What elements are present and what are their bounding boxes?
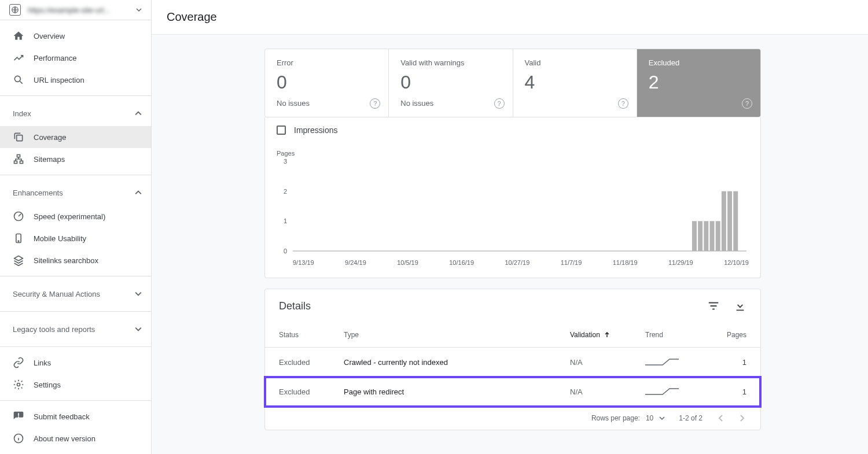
sidebar-item-label: Speed (experimental) (34, 212, 105, 221)
impressions-label: Impressions (294, 126, 337, 135)
svg-rect-19 (709, 221, 714, 251)
nav-header-enhancements[interactable]: Enhancements (0, 180, 151, 205)
table-header-row: Status Type Validation Trend Pages (265, 323, 760, 348)
sitemap-icon (13, 153, 24, 165)
help-icon[interactable]: ? (742, 98, 752, 109)
table-row[interactable]: ExcludedPage with redirectN/A1 (265, 377, 760, 407)
chevron-down-icon (135, 326, 142, 333)
search-icon (13, 74, 24, 86)
sidebar-item-links[interactable]: Links (0, 352, 151, 374)
svg-text:2: 2 (284, 188, 287, 195)
info-icon (13, 433, 24, 444)
layers-icon (13, 254, 24, 266)
prev-page-button[interactable] (716, 414, 726, 423)
nav-section-top: Overview Performance URL inspection (0, 20, 151, 96)
nav-header-index[interactable]: Index (0, 101, 151, 126)
svg-rect-2 (17, 135, 23, 141)
svg-point-8 (18, 241, 19, 242)
nav-header-security[interactable]: Security & Manual Actions (0, 281, 151, 307)
nav-section-legacy: Legacy tools and reports (0, 312, 151, 347)
sidebar-item-performance[interactable]: Performance (0, 47, 151, 69)
sidebar-item-label: Settings (34, 381, 61, 389)
col-header-pages[interactable]: Pages (712, 331, 746, 339)
svg-point-9 (17, 383, 20, 386)
sidebar-item-overview[interactable]: Overview (0, 25, 151, 47)
col-header-status[interactable]: Status (279, 331, 344, 339)
sidebar-item-mobile[interactable]: Mobile Usability (0, 227, 151, 249)
impressions-toggle-row: Impressions (264, 117, 761, 143)
stats-cards: Error 0 No issues ? Valid with warnings … (264, 49, 761, 117)
svg-rect-3 (17, 155, 20, 157)
svg-rect-17 (698, 221, 703, 251)
svg-point-1 (14, 76, 20, 82)
stat-card-valid[interactable]: Valid 4 ? (513, 49, 637, 117)
svg-rect-18 (704, 221, 708, 251)
svg-rect-22 (727, 191, 732, 251)
stat-value: 2 (649, 72, 749, 93)
property-url: https://example-site-url... (28, 6, 129, 14)
col-header-type[interactable]: Type (344, 331, 570, 339)
main-area: Coverage Error 0 No issues ? Valid with … (152, 0, 868, 454)
col-header-validation[interactable]: Validation (570, 331, 645, 339)
svg-rect-23 (733, 191, 738, 251)
chevron-up-icon (135, 189, 142, 196)
globe-icon (9, 4, 21, 16)
sidebar-item-label: Mobile Usability (34, 234, 86, 243)
nav-section-index: Index Coverage Sitemaps (0, 96, 151, 175)
cell-trend (645, 357, 712, 367)
svg-text:0: 0 (284, 248, 287, 254)
svg-rect-5 (20, 161, 23, 163)
sidebar-item-settings[interactable]: Settings (0, 374, 151, 396)
sidebar-item-sitelinks[interactable]: Sitelinks searchbox (0, 249, 151, 271)
rows-per-page[interactable]: Rows per page: 10 (591, 414, 665, 422)
stat-sub: No issues (277, 99, 377, 108)
next-page-button[interactable] (737, 414, 746, 423)
stat-card-excluded[interactable]: Excluded 2 ? (637, 49, 760, 117)
content-scroll[interactable]: Error 0 No issues ? Valid with warnings … (152, 35, 868, 454)
sidebar-item-label: Sitemaps (34, 155, 65, 164)
cell-validation: N/A (570, 387, 645, 396)
chart-area: Pages 0123 9/13/199/24/1910/5/1910/16/19… (264, 143, 761, 278)
col-header-trend[interactable]: Trend (645, 331, 712, 339)
sidebar-item-coverage[interactable]: Coverage (0, 126, 151, 148)
stat-label: Valid (525, 58, 625, 67)
download-icon[interactable] (734, 300, 746, 312)
chevron-down-icon (135, 290, 142, 297)
chart-xlabels: 9/13/199/24/1910/5/1910/16/1910/27/1911/… (277, 259, 749, 266)
link-icon (13, 357, 24, 368)
nav-header-legacy[interactable]: Legacy tools and reports (0, 316, 151, 342)
cell-pages: 1 (712, 387, 746, 396)
cell-type: Crawled - currently not indexed (344, 358, 570, 367)
stat-value: 0 (400, 72, 501, 93)
property-selector[interactable]: https://example-site-url... (0, 0, 151, 20)
help-icon[interactable]: ? (494, 98, 505, 109)
sidebar-item-url-inspection[interactable]: URL inspection (0, 69, 151, 91)
cell-trend (645, 386, 712, 397)
help-icon[interactable]: ? (618, 98, 628, 109)
stat-label: Error (277, 58, 377, 67)
help-icon[interactable]: ? (370, 98, 380, 109)
sidebar-item-label: Submit feedback (34, 412, 90, 421)
stat-card-error[interactable]: Error 0 No issues ? (265, 49, 389, 117)
sort-up-icon (604, 331, 610, 338)
table-body: ExcludedCrawled - currently not indexedN… (265, 348, 760, 407)
sidebar-item-about[interactable]: About new version (0, 427, 151, 449)
stat-value: 4 (525, 72, 625, 93)
main-header: Coverage (152, 0, 868, 35)
table-row[interactable]: ExcludedCrawled - currently not indexedN… (265, 348, 760, 377)
pagination: Rows per page: 10 1-2 of 2 (265, 407, 760, 430)
svg-rect-20 (716, 221, 720, 251)
sidebar-item-label: About new version (34, 434, 95, 443)
cell-type: Page with redirect (344, 387, 570, 396)
sidebar-item-speed[interactable]: Speed (experimental) (0, 205, 151, 227)
filter-icon[interactable] (707, 300, 720, 312)
sidebar-item-label: Coverage (34, 133, 66, 142)
stat-card-warnings[interactable]: Valid with warnings 0 No issues ? (389, 49, 513, 117)
chart-ylabel: Pages (277, 150, 749, 157)
feedback-icon (13, 411, 24, 422)
impressions-checkbox[interactable] (277, 126, 286, 135)
sidebar-item-sitemaps[interactable]: Sitemaps (0, 148, 151, 170)
home-icon (13, 30, 24, 42)
speed-icon (13, 211, 24, 222)
sidebar-item-feedback[interactable]: Submit feedback (0, 405, 151, 427)
